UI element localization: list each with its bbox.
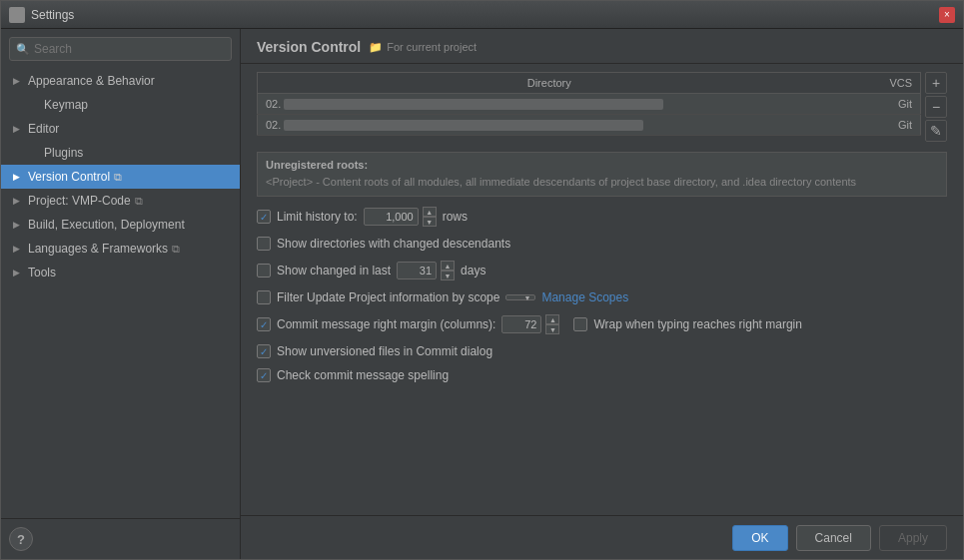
arrow-icon: ▶ [13,76,23,86]
arrow-icon: ▶ [13,124,23,134]
sidebar-item-build[interactable]: ▶ Build, Execution, Deployment [1,213,240,237]
settings-window: Settings × 🔍 ▶ Appearance & Behavior Key… [0,0,964,560]
dir-col-header: Directory [258,73,841,94]
project-label-text: For current project [387,41,477,53]
filter-update-label: Filter Update Project information by sco… [277,290,499,304]
sidebar-item-label: Tools [28,266,56,280]
filter-update-checkbox[interactable] [257,290,271,304]
setting-commit-margin: Commit message right margin (columns): ▲… [257,314,947,334]
row1-vcs: Git [841,94,921,115]
arrow-icon: ▶ [13,220,23,230]
commit-margin-checkbox[interactable] [257,317,271,331]
main-title: Version Control [257,39,361,55]
sidebar-item-label: Version Control [28,170,110,184]
show-unversioned-checkbox[interactable] [257,344,271,358]
project-icon: 📁 [369,41,383,54]
limit-history-label-after: rows [443,210,468,224]
vcs-table: Directory VCS 02. [257,72,921,136]
manage-scopes-link[interactable]: Manage Scopes [541,290,628,304]
close-button[interactable]: × [939,7,955,23]
show-changed-descendants-checkbox[interactable] [257,237,271,251]
sidebar-item-project[interactable]: ▶ Project: VMP-Code ⧉ [1,189,240,213]
sidebar: 🔍 ▶ Appearance & Behavior Keymap ▶ Edito… [1,29,241,559]
sidebar-item-label: Plugins [44,146,83,160]
setting-show-unversioned: Show unversioned files in Commit dialog [257,344,947,358]
sidebar-item-label: Project: VMP-Code [28,194,131,208]
show-changed-descendants-label: Show directories with changed descendant… [277,237,510,251]
spinner-down[interactable]: ▼ [441,271,455,280]
sidebar-item-label: Languages & Frameworks [28,242,168,256]
setting-show-changed-last: Show changed in last ▲ ▼ days [257,261,947,280]
row2-num: 02. [266,119,281,131]
wrap-typing-checkbox[interactable] [573,317,587,331]
sidebar-item-plugins[interactable]: Plugins [1,141,240,165]
vcs-table-wrapper: Directory VCS 02. [257,72,947,144]
spinner-down[interactable]: ▼ [423,217,437,227]
arrow-icon: ▶ [13,268,23,278]
setting-limit-history: Limit history to: ▲ ▼ rows [257,207,947,227]
row2-vcs: Git [841,115,921,136]
spinner-down[interactable]: ▼ [545,324,559,334]
limit-history-label-before: Limit history to: [277,210,358,224]
show-changed-last-checkbox[interactable] [257,264,271,278]
sidebar-items: ▶ Appearance & Behavior Keymap ▶ Editor … [1,69,240,518]
arrow-icon: ▶ [13,196,23,206]
setting-filter-update: Filter Update Project information by sco… [257,290,947,304]
title-bar: Settings × [1,1,963,29]
spinner-up[interactable]: ▲ [545,314,559,324]
commit-margin-spinner: ▲ ▼ [545,314,559,334]
sidebar-item-keymap[interactable]: Keymap [1,93,240,117]
copy-icon: ⧉ [172,243,180,256]
table-row: 02. Git [258,94,921,115]
sidebar-item-appearance[interactable]: ▶ Appearance & Behavior [1,69,240,93]
window-title: Settings [31,8,939,22]
sidebar-bottom: ? [1,518,240,559]
limit-history-input[interactable] [364,208,419,226]
spinner-up[interactable]: ▲ [423,207,437,217]
remove-vcs-button[interactable]: − [925,96,947,118]
sidebar-item-version-control[interactable]: ▶ Version Control ⧉ [1,165,240,189]
row2-path-blur [284,120,643,131]
row1-path-blur [284,99,663,110]
footer: OK Cancel Apply [241,515,963,559]
show-changed-last-label-before: Show changed in last [277,264,391,278]
wrap-typing-label: Wrap when typing reaches right margin [593,317,802,331]
sidebar-item-editor[interactable]: ▶ Editor [1,117,240,141]
cancel-button[interactable]: Cancel [796,525,871,551]
apply-button[interactable]: Apply [879,525,947,551]
main-header: Version Control 📁 For current project [241,29,963,64]
sidebar-item-label: Editor [28,122,59,136]
content-area: 🔍 ▶ Appearance & Behavior Keymap ▶ Edito… [1,29,963,559]
sidebar-item-label: Keymap [44,98,88,112]
add-vcs-button[interactable]: + [925,72,947,94]
path-num-cell: 02. [258,115,841,136]
copy-icon: ⧉ [114,171,122,184]
unregistered-section: Unregistered roots: <Project> - Content … [257,152,947,197]
sidebar-item-languages[interactable]: ▶ Languages & Frameworks ⧉ [1,237,240,261]
commit-margin-label-before: Commit message right margin (columns): [277,317,495,331]
ok-button[interactable]: OK [732,525,787,551]
copy-icon: ⧉ [135,195,143,208]
table-action-buttons: + − ✎ [925,72,947,142]
spinner-up[interactable]: ▲ [441,261,455,271]
setting-show-changed-descendants: Show directories with changed descendant… [257,237,947,251]
arrow-icon: ▶ [13,172,23,182]
row1-num: 02. [266,98,281,110]
sidebar-item-tools[interactable]: ▶ Tools [1,261,240,284]
search-icon: 🔍 [16,43,30,56]
commit-margin-input[interactable] [501,315,541,333]
main-content: Directory VCS 02. [241,64,963,515]
search-input[interactable] [34,42,225,56]
sidebar-item-label: Appearance & Behavior [28,74,155,88]
search-box[interactable]: 🔍 [9,37,232,61]
limit-history-spinner: ▲ ▼ [423,207,437,227]
show-changed-last-spinner: ▲ ▼ [441,261,455,280]
edit-vcs-button[interactable]: ✎ [925,120,947,142]
show-changed-last-input[interactable] [397,262,437,280]
filter-update-dropdown[interactable] [505,294,535,300]
arrow-icon: ▶ [13,244,23,254]
show-changed-last-label-after: days [461,264,485,278]
limit-history-checkbox[interactable] [257,210,271,224]
check-spelling-checkbox[interactable] [257,368,271,382]
help-button[interactable]: ? [9,527,33,551]
